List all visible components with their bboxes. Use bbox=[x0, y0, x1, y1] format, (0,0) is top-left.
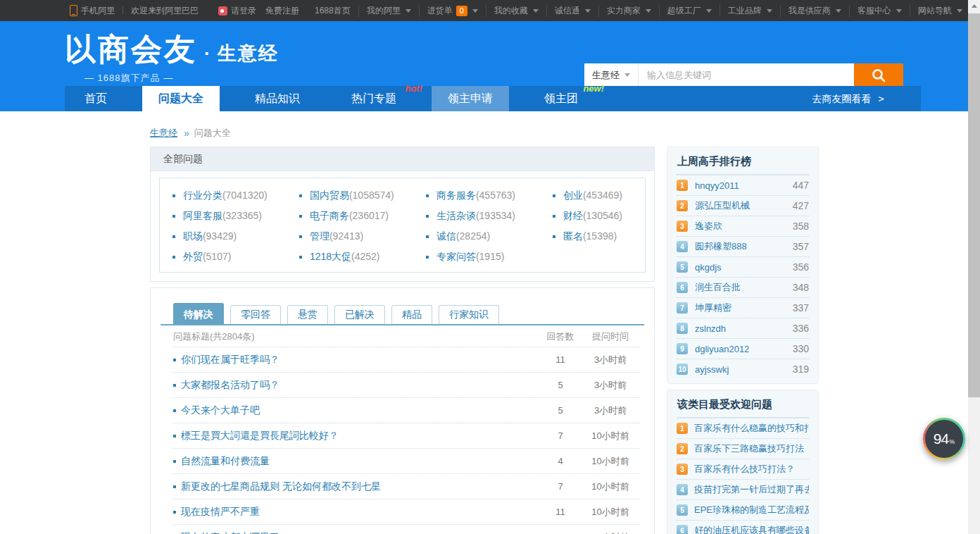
topbar-menu-item[interactable]: 实力商家 bbox=[598, 5, 659, 17]
question-row[interactable]: 自然流量和付费流量 4 10小时前 bbox=[173, 448, 640, 473]
ranking-row: 10 ayjsswkj 319 bbox=[677, 359, 809, 379]
nav-questions[interactable]: 问题大全 bbox=[142, 86, 220, 111]
topbar-login[interactable]: 请登录 bbox=[211, 5, 264, 17]
topbar-menu-item[interactable]: 工业品牌 bbox=[720, 5, 780, 17]
question-row[interactable]: 现在疫情严不严重 11 10小时前 bbox=[173, 499, 640, 524]
topbar-welcome: 欢迎来到阿里巴巴 bbox=[123, 5, 206, 17]
category-link[interactable]: 职场(93429) bbox=[172, 230, 299, 242]
category-link[interactable]: 国内贸易(1058574) bbox=[299, 190, 426, 201]
category-link[interactable]: 匿名(15398) bbox=[553, 230, 645, 242]
popular-question-link[interactable]: 百家乐有什么稳赢的技巧和打法 bbox=[694, 422, 809, 435]
topbar-menu-item[interactable]: 我是供应商 bbox=[780, 5, 849, 17]
topbar-register[interactable]: 免费注册 bbox=[264, 5, 307, 17]
topbar-menu-item[interactable]: 网站导航 bbox=[910, 5, 970, 17]
topbar-menu-item[interactable]: 客服中心 bbox=[849, 5, 910, 17]
category-link[interactable]: 专家问答(1915) bbox=[426, 251, 553, 262]
category-link[interactable]: 诚信(28254) bbox=[426, 230, 553, 242]
nav-home[interactable]: 首页 bbox=[68, 86, 123, 111]
nav-lord-apply[interactable]: 领主申请 bbox=[432, 86, 509, 111]
category-link[interactable]: 电子商务(236017) bbox=[299, 210, 426, 221]
question-row[interactable]: 新更改的七星商品规则 无论如何都改不到七星 7 10小时前 bbox=[173, 473, 640, 499]
topbar-1688-home[interactable]: 1688首页 bbox=[307, 5, 358, 17]
question-tab[interactable]: 行家知识 bbox=[439, 305, 499, 324]
nav-knowledge[interactable]: 精品知识 bbox=[239, 86, 316, 111]
category-link[interactable]: 商务服务(455763) bbox=[426, 190, 553, 201]
scroll-up-button[interactable] bbox=[968, 0, 980, 12]
category-link[interactable]: 创业(453469) bbox=[553, 190, 645, 201]
bullet-icon bbox=[426, 194, 429, 197]
question-tab[interactable]: 零回答 bbox=[230, 305, 281, 324]
ranking-user-link[interactable]: 逸姿欣 bbox=[695, 220, 722, 232]
category-link[interactable]: 行业分类(7041320) bbox=[172, 190, 299, 201]
question-title[interactable]: 新更改的七星商品规则 无论如何都改不到七星 bbox=[173, 480, 540, 493]
search-button[interactable] bbox=[854, 63, 903, 87]
question-title[interactable]: 自然流量和付费流量 bbox=[173, 455, 540, 468]
ranking-user-link[interactable]: hnqyy2011 bbox=[695, 180, 739, 191]
scrollbar-thumb[interactable] bbox=[968, 13, 980, 397]
ranking-row: 5 qkgdjs 356 bbox=[677, 256, 809, 277]
ranking-user-link[interactable]: ayjsswkj bbox=[695, 364, 729, 375]
search-input[interactable] bbox=[639, 63, 854, 87]
ranking-user-link[interactable]: qkgdjs bbox=[695, 262, 722, 273]
nav-lord-group[interactable]: 领主团 new! bbox=[528, 86, 594, 111]
question-title[interactable]: 標王是買大詞還是買長尾詞比較好？ bbox=[173, 430, 540, 442]
popular-question-link[interactable]: EPE珍珠棉的制造工艺流程及所 bbox=[694, 504, 809, 516]
main-nav: 首页 问题大全 精品知识 热门专题 hot! 领主申请 领主团 new! 去商友… bbox=[65, 86, 921, 111]
ranking-row: 9 dgliyuan2012 330 bbox=[677, 338, 809, 359]
breadcrumb-home[interactable]: 生意经 bbox=[150, 127, 177, 139]
category-link[interactable]: 阿里客服(323365) bbox=[172, 210, 299, 221]
question-tab[interactable]: 已解决 bbox=[334, 305, 385, 324]
topbar-left: 手机阿里 欢迎来到阿里巴巴 请登录 免费注册 bbox=[62, 5, 307, 17]
question-row[interactable]: 標王是買大詞還是買長尾詞比較好？ 7 10小时前 bbox=[173, 423, 640, 448]
score-badge-inner: 94 % bbox=[925, 420, 963, 458]
ranking-score: 356 bbox=[793, 261, 809, 273]
ranking-user-link[interactable]: 圆邦橡塑888 bbox=[695, 240, 747, 253]
ranking-user-link[interactable]: zslnzdh bbox=[695, 323, 726, 334]
topbar-menu-item[interactable]: 超级工厂 bbox=[659, 5, 720, 17]
score-value: 94 bbox=[934, 430, 948, 447]
ranking-user-link[interactable]: 坤厚精密 bbox=[695, 302, 731, 314]
question-title[interactable]: 你们现在属于旺季吗？ bbox=[173, 354, 540, 366]
category-link[interactable]: 财经(130546) bbox=[553, 210, 645, 221]
category-link[interactable]: 生活杂谈(193534) bbox=[426, 210, 553, 221]
ranking-list: 1 hnqyy2011 447 2 源弘压型机械 427 3 逸姿欣 358 bbox=[667, 175, 818, 383]
popular-question-link[interactable]: 百家乐下三路稳赢技巧打法 bbox=[694, 442, 809, 455]
score-badge[interactable]: 94 % bbox=[923, 418, 965, 460]
question-tab[interactable]: 精品 bbox=[391, 305, 432, 324]
bullet-icon bbox=[173, 359, 176, 361]
ranking-user-link[interactable]: dgliyuan2012 bbox=[695, 344, 749, 354]
category-link[interactable]: 管理(92413) bbox=[299, 230, 426, 242]
chevron-down-icon bbox=[533, 9, 539, 13]
question-row[interactable]: 大家都报名活动了吗？ 5 3小时前 bbox=[173, 372, 640, 397]
question-title[interactable]: 现在疫情严不严重 bbox=[173, 506, 540, 519]
question-title[interactable]: 今天来个大单子吧 bbox=[173, 404, 540, 417]
question-tab[interactable]: 悬赏 bbox=[287, 305, 328, 324]
topbar-menu-item[interactable]: 我的收藏 bbox=[486, 5, 546, 17]
question-time: 10小时前 bbox=[581, 455, 640, 468]
nav-hot-topics[interactable]: 热门专题 hot! bbox=[335, 86, 413, 111]
ranking-user-link[interactable]: 源弘压型机械 bbox=[695, 199, 750, 212]
popular-question-link[interactable]: 百家乐有什么技巧打法？ bbox=[694, 463, 809, 476]
site-logo[interactable]: 以商会友 · 生意经 — 1688旗下产品 — bbox=[65, 34, 279, 85]
popular-question-link[interactable]: 疫苗打完第一针后过期了再去打 bbox=[694, 483, 809, 496]
topbar-mobile-ali[interactable]: 手机阿里 bbox=[62, 5, 122, 17]
topbar-menu-item[interactable]: 诚信通 bbox=[546, 5, 598, 17]
mobile-phone-icon bbox=[70, 5, 77, 16]
topbar-cart[interactable]: 进货单 0 bbox=[419, 5, 486, 17]
rank-badge: 5 bbox=[677, 504, 688, 516]
popular-question-link[interactable]: 好的油压机应该具有哪些设备？ bbox=[694, 524, 809, 534]
question-title[interactable]: 大家都报名活动了吗？ bbox=[173, 379, 540, 392]
topbar-my-ali[interactable]: 我的阿里 bbox=[358, 5, 419, 17]
ranking-user-link[interactable]: 润生百合批 bbox=[695, 281, 741, 294]
category-link[interactable]: 1218大促(4252) bbox=[299, 251, 426, 262]
ranking-row: 6 润生百合批 348 bbox=[677, 277, 809, 297]
rank-badge: 1 bbox=[677, 180, 688, 191]
question-row[interactable]: 现在的客户都去哪里了 5 10小时前 bbox=[173, 524, 640, 534]
category-link[interactable]: 外贸(5107) bbox=[172, 251, 299, 262]
question-row[interactable]: 今天来个大单子吧 5 3小时前 bbox=[173, 397, 640, 423]
question-title[interactable]: 现在的客户都去哪里了 bbox=[173, 531, 540, 534]
question-tab[interactable]: 待解决 bbox=[173, 303, 224, 324]
nav-circle-link[interactable]: 去商友圈看看> bbox=[812, 86, 884, 111]
bullet-icon bbox=[172, 235, 175, 238]
question-row[interactable]: 你们现在属于旺季吗？ 11 3小时前 bbox=[173, 347, 640, 372]
